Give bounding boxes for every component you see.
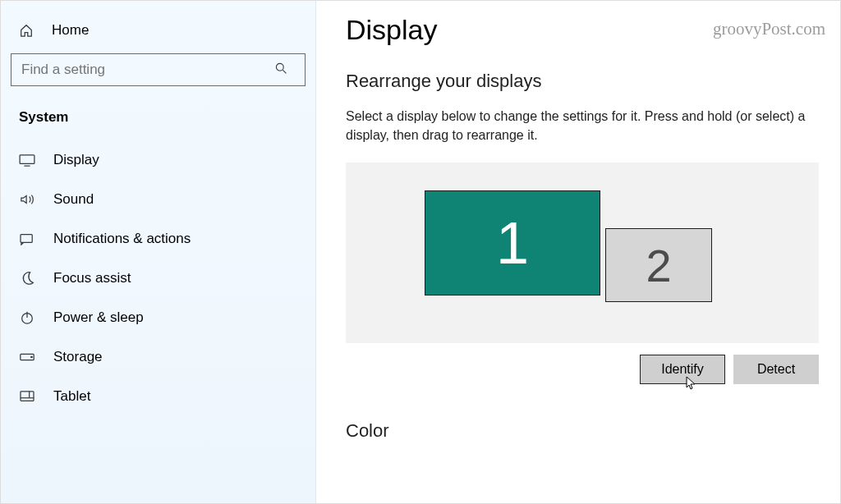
rearrange-description: Select a display below to change the set… <box>346 107 819 144</box>
svg-rect-4 <box>21 235 32 243</box>
notifications-icon <box>19 231 35 247</box>
sidebar-item-sound[interactable]: Sound <box>1 180 315 219</box>
sidebar-item-storage[interactable]: Storage <box>1 337 315 377</box>
display-arrangement-canvas[interactable]: 1 2 <box>346 163 819 343</box>
sidebar-item-label: Tablet <box>53 388 90 405</box>
home-label: Home <box>52 22 89 39</box>
color-section-title: Color <box>346 420 819 442</box>
cursor-icon <box>686 376 697 394</box>
watermark: groovyPost.com <box>713 19 825 39</box>
sidebar-item-label: Display <box>53 152 99 168</box>
sidebar-item-label: Storage <box>53 349 103 365</box>
nav-list: Display Sound Notifications & actions Fo… <box>1 140 315 416</box>
svg-rect-9 <box>21 392 34 401</box>
sidebar-item-tablet[interactable]: Tablet <box>1 377 315 416</box>
sidebar-item-notifications[interactable]: Notifications & actions <box>1 219 315 259</box>
svg-point-8 <box>31 356 32 357</box>
sidebar-item-label: Sound <box>53 191 94 208</box>
main-content: groovyPost.com Display Rearrange your di… <box>316 1 840 503</box>
search-wrap <box>1 47 315 101</box>
monitor-1[interactable]: 1 <box>425 190 600 296</box>
sidebar-item-label: Notifications & actions <box>53 231 191 247</box>
sidebar: Home System Display Soun <box>1 1 316 503</box>
home-nav[interactable]: Home <box>1 14 315 47</box>
power-icon <box>19 309 35 326</box>
sidebar-item-label: Focus assist <box>53 270 131 286</box>
sidebar-item-focus-assist[interactable]: Focus assist <box>1 259 315 298</box>
moon-icon <box>19 270 35 286</box>
home-icon <box>19 23 34 38</box>
monitor-number: 2 <box>646 239 671 292</box>
storage-icon <box>19 349 35 365</box>
monitor-2[interactable]: 2 <box>605 228 712 302</box>
display-icon <box>19 152 35 168</box>
sound-icon <box>19 191 35 208</box>
tablet-icon <box>19 388 35 405</box>
sidebar-item-label: Power & sleep <box>53 309 144 326</box>
sidebar-item-display[interactable]: Display <box>1 140 315 180</box>
settings-window: Home System Display Soun <box>0 0 841 504</box>
detect-button[interactable]: Detect <box>733 355 819 384</box>
category-label: System <box>1 101 315 140</box>
display-buttons: Identify Detect <box>346 355 819 384</box>
svg-rect-2 <box>20 155 34 164</box>
sidebar-item-power-sleep[interactable]: Power & sleep <box>1 298 315 337</box>
monitor-number: 1 <box>496 209 529 277</box>
identify-button[interactable]: Identify <box>640 355 725 384</box>
search-input[interactable] <box>11 53 306 86</box>
rearrange-title: Rearrange your displays <box>346 71 819 92</box>
